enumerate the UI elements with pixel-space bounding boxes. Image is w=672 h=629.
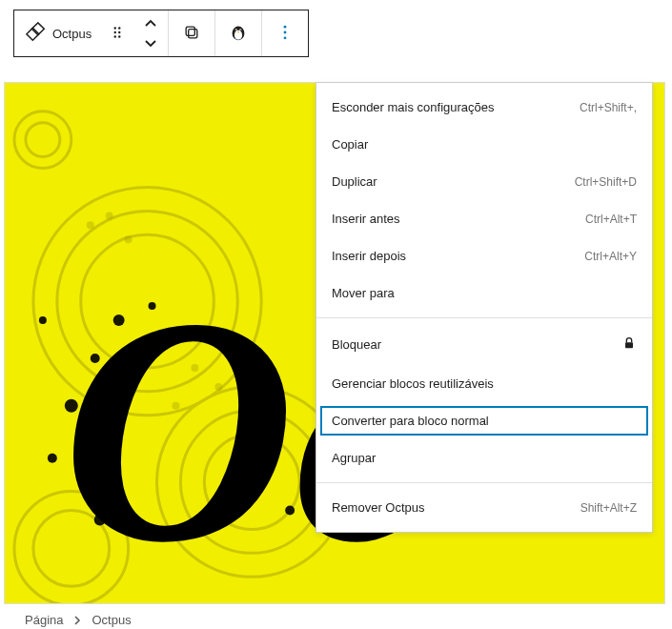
block-toolbar: Octpus bbox=[13, 10, 309, 57]
more-options-button[interactable] bbox=[262, 10, 308, 56]
block-options-menu: Esconder mais configurações Ctrl+Shift+,… bbox=[316, 82, 653, 533]
svg-point-31 bbox=[87, 221, 94, 229]
menu-duplicate[interactable]: Duplicar Ctrl+Shift+D bbox=[316, 163, 652, 200]
menu-item-label: Copiar bbox=[332, 137, 368, 152]
block-type-label: Octpus bbox=[52, 27, 92, 41]
menu-item-shortcut: Ctrl+Alt+T bbox=[585, 213, 637, 226]
menu-hide-settings[interactable]: Esconder mais configurações Ctrl+Shift+, bbox=[316, 89, 652, 126]
menu-move-to[interactable]: Mover para bbox=[316, 274, 652, 312]
lock-icon bbox=[621, 335, 637, 354]
menu-item-label: Duplicar bbox=[332, 174, 377, 189]
svg-point-17 bbox=[284, 25, 287, 28]
copy-button[interactable] bbox=[169, 10, 214, 56]
chevron-up-icon bbox=[143, 19, 158, 29]
menu-item-label: Mover para bbox=[332, 286, 395, 300]
svg-point-5 bbox=[118, 30, 120, 32]
menu-manage-reusable[interactable]: Gerenciar blocos reutilizáveis bbox=[316, 365, 652, 402]
svg-point-18 bbox=[284, 30, 287, 33]
menu-section-edit: Esconder mais configurações Ctrl+Shift+,… bbox=[316, 83, 652, 318]
svg-point-4 bbox=[114, 30, 116, 32]
svg-point-39 bbox=[91, 354, 100, 363]
breadcrumb-current[interactable]: Octpus bbox=[92, 613, 131, 627]
menu-lock[interactable]: Bloquear bbox=[316, 324, 652, 365]
drag-handle-button[interactable] bbox=[101, 10, 133, 56]
menu-section-manage: Bloquear Gerenciar blocos reutilizáveis … bbox=[316, 318, 652, 483]
svg-point-44 bbox=[285, 506, 295, 516]
copy-icon bbox=[182, 23, 201, 45]
svg-point-32 bbox=[106, 212, 113, 219]
menu-section-remove: Remover Octpus Shift+Alt+Z bbox=[316, 483, 652, 532]
breadcrumb-root[interactable]: Página bbox=[25, 613, 63, 627]
move-down-button[interactable] bbox=[135, 33, 166, 52]
svg-point-42 bbox=[48, 454, 57, 463]
svg-point-33 bbox=[125, 235, 132, 243]
menu-convert-to-regular[interactable]: Converter para bloco normal bbox=[316, 402, 652, 439]
menu-insert-after[interactable]: Inserir depois Ctrl+Alt+Y bbox=[316, 237, 652, 274]
reusable-block-icon bbox=[26, 22, 47, 46]
svg-point-40 bbox=[149, 302, 156, 310]
svg-point-45 bbox=[39, 316, 47, 324]
svg-rect-9 bbox=[186, 27, 194, 35]
breadcrumb: Página Octpus bbox=[25, 613, 132, 627]
svg-point-38 bbox=[113, 314, 125, 326]
svg-point-7 bbox=[118, 35, 120, 37]
svg-point-2 bbox=[114, 27, 116, 29]
menu-item-label: Remover Octpus bbox=[332, 500, 425, 515]
svg-point-14 bbox=[235, 29, 236, 30]
menu-insert-before[interactable]: Inserir antes Ctrl+Alt+T bbox=[316, 200, 652, 237]
penguin-icon bbox=[228, 22, 249, 46]
svg-point-43 bbox=[94, 514, 106, 525]
svg-point-3 bbox=[118, 27, 120, 29]
chevron-down-icon bbox=[143, 38, 158, 48]
block-type-button[interactable]: Octpus bbox=[14, 10, 101, 56]
drag-handle-icon bbox=[109, 24, 126, 44]
menu-item-shortcut: Ctrl+Shift+D bbox=[575, 175, 637, 189]
menu-item-label: Agrupar bbox=[332, 451, 376, 465]
plugin-button[interactable] bbox=[215, 10, 261, 56]
menu-item-label: Bloquear bbox=[332, 337, 381, 352]
more-vertical-icon bbox=[275, 23, 295, 45]
menu-item-label: Converter para bloco normal bbox=[332, 414, 489, 428]
svg-rect-8 bbox=[189, 29, 197, 37]
menu-item-label: Inserir depois bbox=[332, 249, 406, 263]
menu-item-label: Esconder mais configurações bbox=[332, 100, 495, 114]
svg-point-6 bbox=[114, 35, 116, 37]
svg-point-19 bbox=[284, 36, 287, 39]
menu-item-shortcut: Ctrl+Alt+Y bbox=[584, 250, 637, 263]
move-up-button[interactable] bbox=[135, 14, 166, 33]
menu-copy[interactable]: Copiar bbox=[316, 126, 652, 163]
chevron-right-icon bbox=[72, 616, 82, 625]
menu-item-label: Gerenciar blocos reutilizáveis bbox=[332, 376, 494, 391]
menu-item-shortcut: Ctrl+Shift+, bbox=[580, 101, 637, 114]
svg-point-15 bbox=[240, 29, 241, 30]
svg-rect-46 bbox=[625, 342, 633, 348]
svg-point-41 bbox=[65, 399, 78, 413]
menu-remove[interactable]: Remover Octpus Shift+Alt+Z bbox=[316, 489, 652, 526]
menu-group[interactable]: Agrupar bbox=[316, 439, 652, 477]
block-mover bbox=[133, 14, 168, 52]
menu-item-label: Inserir antes bbox=[332, 212, 400, 226]
menu-item-shortcut: Shift+Alt+Z bbox=[580, 501, 637, 515]
